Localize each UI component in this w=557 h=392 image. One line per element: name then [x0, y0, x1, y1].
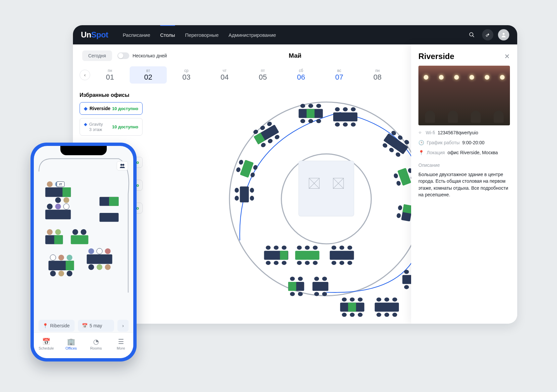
svg-point-95	[322, 292, 327, 296]
svg-point-43	[250, 196, 254, 201]
svg-rect-104	[375, 303, 399, 312]
pin-icon: ◆	[84, 106, 88, 111]
nav-desks[interactable]: Столы	[160, 30, 175, 40]
svg-point-128	[120, 164, 122, 166]
svg-point-49	[382, 142, 388, 149]
close-details[interactable]: ✕	[504, 52, 510, 60]
phone-screen: IT	[34, 146, 133, 358]
desc-title: Описание	[418, 163, 510, 168]
svg-point-50	[388, 147, 395, 153]
office-card-riverside[interactable]: ◆Riverside 10 доступно	[80, 102, 143, 115]
day-02[interactable]: вт02	[130, 66, 166, 84]
svg-point-132	[47, 181, 52, 187]
svg-rect-91	[312, 282, 328, 291]
svg-point-67	[282, 246, 287, 250]
svg-point-82	[332, 261, 337, 265]
svg-point-18	[308, 119, 313, 123]
day-07[interactable]: вс07	[321, 66, 358, 84]
location-label: Локация	[427, 150, 445, 155]
svg-point-38	[250, 172, 256, 178]
it-badge: IT	[59, 182, 62, 186]
svg-point-108	[376, 313, 381, 317]
nav-schedule[interactable]: Расписание	[123, 30, 150, 40]
svg-point-160	[88, 264, 94, 270]
svg-point-33	[267, 138, 274, 144]
nav-admin[interactable]: Администрирование	[228, 30, 276, 40]
desktop-app: UnSpot Расписание Столы Переговорные Адм…	[73, 25, 517, 324]
svg-point-152	[67, 255, 72, 260]
date-chip[interactable]: 📅 5 may	[78, 320, 114, 332]
desc-text: Большое двухэтажное здание в центре горо…	[418, 171, 510, 198]
user-icon	[501, 32, 507, 38]
cluster	[330, 246, 354, 265]
office-avail: 10 доступно	[112, 106, 138, 111]
svg-point-81	[347, 246, 352, 250]
prev-week[interactable]: ‹	[80, 70, 90, 80]
svg-point-109	[384, 313, 389, 317]
cluster	[312, 277, 328, 296]
phone-floorplan[interactable]: IT	[34, 146, 133, 312]
day-04[interactable]: чт04	[206, 66, 243, 84]
svg-point-37	[238, 159, 244, 165]
tab-rooms[interactable]: ◔ Rooms	[86, 338, 106, 350]
day-05[interactable]: пт05	[244, 66, 281, 84]
day-06[interactable]: сб06	[282, 66, 319, 84]
svg-rect-137	[45, 210, 71, 219]
svg-rect-20	[333, 112, 357, 121]
svg-point-134	[63, 197, 69, 203]
next-chip[interactable]: ›	[117, 320, 129, 332]
people-filter-button[interactable]	[117, 161, 128, 170]
hours-label: График работы	[427, 140, 460, 145]
multiday-toggle[interactable]	[117, 52, 129, 59]
day-08[interactable]: пн08	[359, 66, 396, 84]
cluster	[288, 277, 304, 296]
svg-point-143	[47, 229, 52, 235]
svg-point-69	[274, 261, 279, 265]
svg-point-147	[81, 229, 86, 235]
office-card-gravity[interactable]: ◆Gravity 3 этаж 10 доступно	[80, 118, 143, 136]
svg-point-80	[340, 246, 344, 250]
svg-point-65	[266, 246, 271, 250]
tab-more[interactable]: ☰ More	[111, 338, 131, 350]
pin-icon: ◆	[84, 122, 87, 127]
hours-value: 9:00-20:00	[462, 140, 484, 145]
cluster	[235, 186, 254, 202]
nav-rooms[interactable]: Переговорные	[185, 30, 218, 40]
search-button[interactable]	[466, 29, 477, 40]
svg-point-51	[395, 152, 401, 158]
calendar-icon: 📅	[36, 338, 56, 346]
wifi-label: Wi-fi	[426, 130, 435, 135]
cluster	[340, 297, 364, 317]
today-button[interactable]: Сегодня	[82, 50, 112, 61]
svg-point-138	[47, 204, 52, 209]
search-icon	[469, 32, 475, 38]
svg-point-73	[305, 246, 310, 250]
location-chip-label: Riberside	[50, 323, 70, 328]
svg-point-23	[351, 107, 356, 111]
svg-point-151	[58, 255, 64, 260]
tab-offices[interactable]: 🏢 Offices	[61, 338, 81, 350]
svg-point-154	[58, 271, 64, 276]
location-chip[interactable]: 📍 Riberside	[38, 320, 75, 332]
svg-point-77	[313, 261, 318, 265]
svg-point-74	[313, 246, 318, 250]
day-03[interactable]: ср03	[168, 66, 205, 84]
svg-point-17	[300, 119, 305, 123]
svg-rect-131	[63, 187, 71, 197]
day-01[interactable]: пн01	[92, 66, 128, 84]
svg-point-115	[404, 285, 409, 289]
svg-rect-97	[348, 303, 356, 312]
cluster	[333, 107, 357, 126]
svg-point-162	[105, 264, 110, 270]
svg-point-24	[335, 122, 340, 127]
svg-point-153	[50, 271, 56, 276]
svg-rect-86	[288, 282, 296, 291]
svg-point-25	[343, 122, 348, 127]
svg-point-92	[314, 277, 319, 281]
profile-button[interactable]	[498, 29, 509, 40]
pin-icon: 📍	[418, 150, 424, 155]
tab-schedule[interactable]: 📅 Schedule	[36, 338, 56, 350]
tools-button[interactable]	[482, 29, 493, 40]
svg-point-84	[347, 261, 352, 265]
svg-point-110	[392, 313, 397, 317]
